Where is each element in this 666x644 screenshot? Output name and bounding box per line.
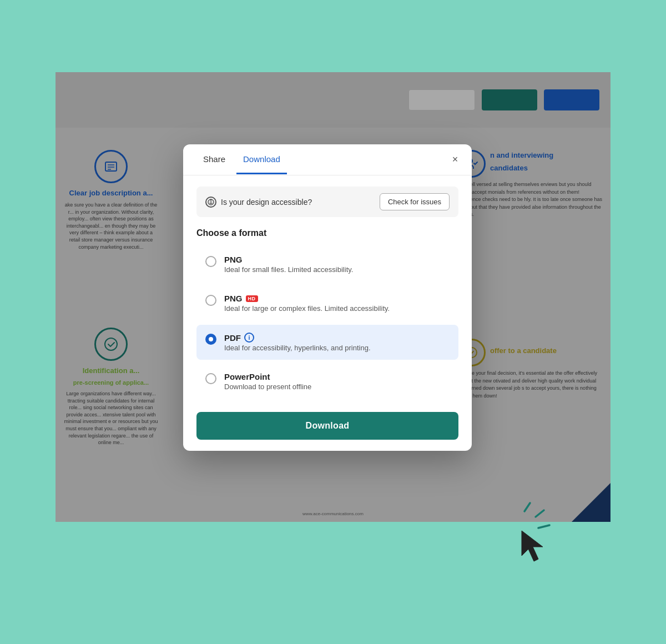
download-button[interactable]: Download	[196, 412, 458, 440]
svg-line-11	[536, 510, 544, 517]
pdf-info-icon[interactable]: i	[244, 333, 254, 343]
svg-line-10	[524, 503, 530, 511]
accessibility-info: Is your design accessible?	[205, 197, 312, 208]
modal-header: Share Download ×	[183, 144, 472, 175]
modal-close-button[interactable]: ×	[447, 152, 463, 168]
modal-body: Is your design accessible? Check for iss…	[183, 175, 472, 451]
format-info-png-hd: PNG HD Ideal for large or complex files.…	[224, 294, 450, 313]
format-desc-powerpoint: Download to present offline	[224, 383, 450, 391]
format-info-png: PNG Ideal for small files. Limited acces…	[224, 255, 450, 274]
check-issues-button[interactable]: Check for issues	[380, 193, 450, 210]
download-modal: Share Download × Is your design accessib…	[183, 144, 472, 451]
format-name-png-hd: PNG HD	[224, 294, 450, 303]
svg-marker-13	[522, 531, 543, 561]
format-option-pdf[interactable]: PDF i Ideal for accessibility, hyperlink…	[196, 325, 458, 360]
tab-share[interactable]: Share	[196, 145, 232, 174]
format-option-png[interactable]: PNG Ideal for small files. Limited acces…	[196, 247, 458, 281]
format-info-powerpoint: PowerPoint Download to present offline	[224, 372, 450, 391]
format-info-pdf: PDF i Ideal for accessibility, hyperlink…	[224, 333, 450, 352]
format-option-powerpoint[interactable]: PowerPoint Download to present offline	[196, 364, 458, 399]
format-name-powerpoint: PowerPoint	[224, 372, 450, 381]
radio-powerpoint[interactable]	[205, 373, 216, 384]
hd-badge: HD	[246, 295, 258, 302]
format-name-pdf: PDF i	[224, 333, 450, 343]
radio-png-hd[interactable]	[205, 295, 216, 306]
format-name-png: PNG	[224, 255, 450, 264]
svg-line-12	[538, 525, 549, 528]
format-option-png-hd[interactable]: PNG HD Ideal for large or complex files.…	[196, 286, 458, 320]
format-desc-pdf: Ideal for accessibility, hyperlinks, and…	[224, 344, 450, 352]
format-desc-png-hd: Ideal for large or complex files. Limite…	[224, 304, 450, 313]
accessibility-question: Is your design accessible?	[221, 198, 312, 207]
radio-png[interactable]	[205, 256, 216, 267]
accessibility-icon	[205, 197, 216, 208]
format-section-title: Choose a format	[196, 228, 458, 238]
cursor-sparkle	[494, 500, 561, 569]
radio-pdf[interactable]	[205, 334, 216, 345]
tab-download[interactable]: Download	[236, 145, 287, 174]
format-desc-png: Ideal for small files. Limited accessibi…	[224, 265, 450, 274]
accessibility-banner: Is your design accessible? Check for iss…	[196, 187, 458, 217]
